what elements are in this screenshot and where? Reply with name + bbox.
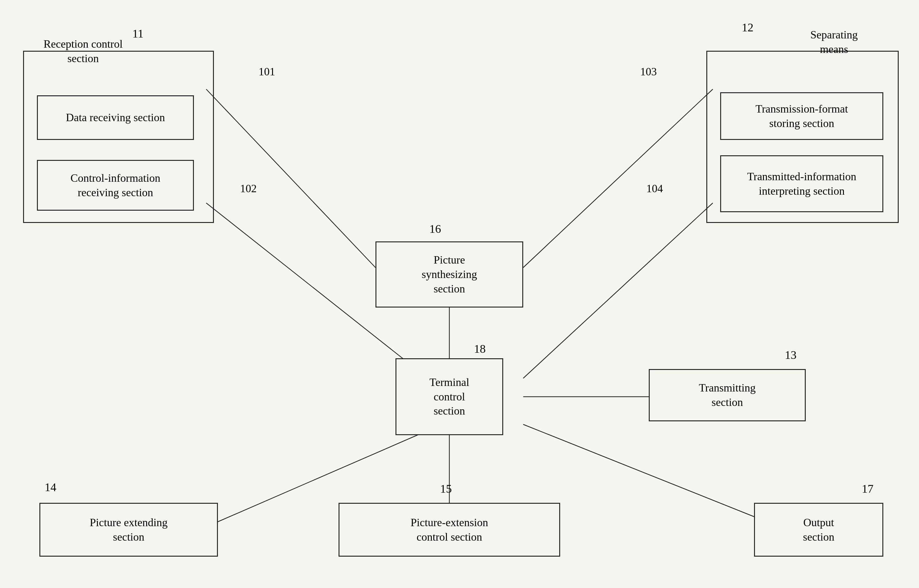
transmitted-info-box: Transmitted-informationinterpreting sect… — [720, 155, 883, 212]
control-info-receiving-box: Control-informationreceiving section — [37, 160, 194, 211]
picture-synthesizing-box: Picturesynthesizingsection — [376, 241, 523, 307]
label-101: 101 — [259, 65, 275, 79]
number-12: 12 — [742, 20, 754, 35]
data-receiving-box: Data receiving section — [37, 95, 194, 140]
number-18: 18 — [474, 341, 486, 357]
svg-line-0 — [206, 89, 376, 268]
separating-means-label: Separatingmeans — [785, 27, 883, 57]
label-103: 103 — [640, 65, 657, 79]
number-15: 15 — [440, 481, 452, 496]
terminal-control-box: Terminalcontrolsection — [395, 358, 503, 435]
transmitting-box: Transmittingsection — [649, 369, 806, 421]
svg-line-2 — [523, 89, 713, 268]
diagram: Reception controlsection 11 Data receivi… — [0, 0, 919, 588]
number-13: 13 — [785, 347, 796, 363]
number-16: 16 — [430, 221, 441, 236]
reception-control-label: Reception controlsection — [29, 37, 137, 66]
label-104: 104 — [646, 181, 663, 196]
number-11: 11 — [132, 26, 144, 41]
transmission-format-box: Transmission-formatstoring section — [720, 92, 883, 140]
number-14: 14 — [45, 480, 56, 495]
number-17: 17 — [862, 481, 874, 496]
output-box: Outputsection — [754, 503, 883, 557]
picture-extending-box: Picture extendingsection — [39, 503, 218, 557]
svg-line-3 — [523, 203, 713, 378]
label-102: 102 — [240, 181, 257, 196]
picture-extension-control-box: Picture-extensioncontrol section — [339, 503, 560, 557]
